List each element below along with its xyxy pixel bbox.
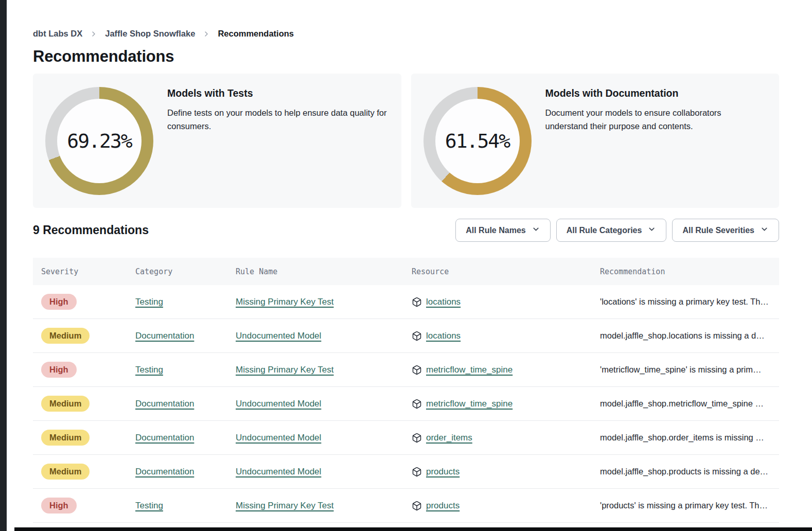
category-link[interactable]: Documentation	[135, 433, 194, 442]
category-link[interactable]: Testing	[135, 297, 163, 307]
table-body: High Testing Missing Primary Key Test lo…	[33, 285, 779, 523]
resource-link[interactable]: locations	[426, 297, 461, 307]
tests-card-text: Models with Tests Define tests on your m…	[167, 87, 389, 194]
filter-rule-categories-dropdown[interactable]: All Rule Categories	[556, 219, 667, 242]
rule-name-link[interactable]: Undocumented Model	[236, 433, 321, 442]
rule-name-cell: Undocumented Model	[236, 331, 412, 341]
tests-card-description: Define tests on your models to help ensu…	[167, 107, 389, 133]
category-link[interactable]: Testing	[135, 365, 163, 375]
category-link[interactable]: Documentation	[135, 399, 194, 409]
rule-name-cell: Missing Primary Key Test	[236, 297, 412, 307]
category-link[interactable]: Testing	[135, 501, 163, 510]
rule-name-cell: Missing Primary Key Test	[236, 501, 412, 511]
rule-name-link[interactable]: Undocumented Model	[236, 399, 321, 409]
documentation-card-text: Models with Documentation Document your …	[545, 87, 735, 194]
severity-badge: High	[41, 294, 77, 310]
resource-cell: metricflow_time_spine	[412, 365, 600, 375]
recommendation-text: model.jaffle_shop.order_items is missing…	[600, 433, 779, 442]
category-cell: Testing	[135, 297, 236, 307]
severity-cell: Medium	[41, 464, 135, 480]
severity-badge: High	[41, 362, 77, 378]
rule-name-link[interactable]: Undocumented Model	[236, 331, 321, 341]
cube-icon	[412, 297, 422, 307]
list-toolbar: 9 Recommendations All Rule Names All Rul…	[33, 219, 779, 242]
window-left-edge	[0, 0, 7, 531]
table-row: Medium Documentation Undocumented Model …	[33, 319, 779, 353]
recommendation-text: 'locations' is missing a primary key tes…	[600, 297, 779, 307]
severity-badge: Medium	[41, 430, 90, 446]
resource-link[interactable]: order_items	[426, 433, 472, 443]
resource-link[interactable]: metricflow_time_spine	[426, 365, 513, 375]
recommendations-page: dbt Labs DX Jaffle Shop Snowflake Recomm…	[33, 0, 779, 523]
documentation-donut-chart: 61.54%	[423, 87, 532, 195]
column-header-rule-name: Rule Name	[236, 267, 412, 276]
documentation-card-description: Document your models to ensure collabora…	[545, 107, 735, 133]
rule-name-cell: Undocumented Model	[236, 433, 412, 443]
cube-icon	[412, 331, 422, 341]
table-row: High Testing Missing Primary Key Test pr…	[33, 489, 779, 523]
category-cell: Documentation	[135, 399, 236, 409]
filter-rule-names-label: All Rule Names	[466, 226, 525, 235]
table-row: Medium Documentation Undocumented Model …	[33, 387, 779, 421]
resource-cell: products	[412, 501, 600, 511]
chevron-down-icon	[760, 225, 769, 236]
severity-cell: High	[41, 294, 135, 310]
rule-name-cell: Undocumented Model	[236, 399, 412, 409]
recommendation-text: 'metricflow_time_spine' is missing a pri…	[600, 365, 779, 375]
severity-cell: High	[41, 362, 135, 378]
breadcrumb-item-account[interactable]: dbt Labs DX	[33, 29, 82, 39]
recommendation-cell: 'products' is missing a primary key test…	[600, 501, 779, 510]
category-cell: Documentation	[135, 467, 236, 477]
chevron-down-icon	[532, 225, 540, 236]
recommendation-text: 'products' is missing a primary key test…	[600, 501, 779, 510]
metric-cards: 69.23% Models with Tests Define tests on…	[33, 74, 779, 208]
cube-icon	[412, 467, 422, 477]
chevron-right-icon	[90, 30, 98, 38]
table-header: Severity Category Rule Name Resource Rec…	[33, 258, 779, 285]
rule-name-link[interactable]: Undocumented Model	[236, 467, 321, 476]
recommendation-text: model.jaffle_shop.metricflow_time_spine …	[600, 399, 779, 409]
tests-card-title: Models with Tests	[167, 87, 389, 99]
resource-cell: metricflow_time_spine	[412, 399, 600, 409]
severity-badge: Medium	[41, 328, 90, 344]
category-cell: Testing	[135, 365, 236, 375]
metric-card-models-with-tests: 69.23% Models with Tests Define tests on…	[33, 74, 401, 208]
recommendation-cell: model.jaffle_shop.products is missing a …	[600, 467, 779, 476]
column-header-resource: Resource	[412, 267, 600, 276]
table-row: Medium Documentation Undocumented Model …	[33, 455, 779, 489]
breadcrumb-item-project[interactable]: Jaffle Shop Snowflake	[105, 29, 195, 39]
rule-name-link[interactable]: Missing Primary Key Test	[236, 297, 334, 307]
column-header-severity: Severity	[41, 267, 135, 276]
rule-name-link[interactable]: Missing Primary Key Test	[236, 501, 334, 510]
category-link[interactable]: Documentation	[135, 331, 194, 341]
resource-cell: locations	[412, 331, 600, 341]
recommendation-cell: 'locations' is missing a primary key tes…	[600, 297, 779, 307]
breadcrumb-item-current: Recommendations	[218, 29, 294, 39]
page-title: Recommendations	[33, 47, 779, 66]
resource-link[interactable]: products	[426, 467, 460, 477]
filter-rule-names-dropdown[interactable]: All Rule Names	[455, 219, 550, 242]
category-cell: Documentation	[135, 433, 236, 443]
column-header-recommendation: Recommendation	[600, 267, 779, 276]
severity-cell: Medium	[41, 328, 135, 344]
table-row: High Testing Missing Primary Key Test lo…	[33, 285, 779, 319]
rule-name-link[interactable]: Missing Primary Key Test	[236, 365, 334, 375]
category-link[interactable]: Documentation	[135, 467, 194, 476]
recommendation-cell: model.jaffle_shop.metricflow_time_spine …	[600, 399, 779, 409]
severity-cell: Medium	[41, 396, 135, 412]
recommendation-cell: 'metricflow_time_spine' is missing a pri…	[600, 365, 779, 375]
resource-link[interactable]: products	[426, 501, 460, 511]
table-row: Medium Documentation Undocumented Model …	[33, 421, 779, 455]
tests-donut-chart: 69.23%	[45, 87, 153, 195]
cube-icon	[412, 365, 422, 375]
resource-cell: locations	[412, 297, 600, 307]
severity-badge: High	[41, 498, 77, 514]
resource-link[interactable]: locations	[426, 331, 461, 341]
severity-badge: Medium	[41, 396, 90, 412]
chevron-down-icon	[647, 225, 656, 236]
filter-rule-categories-label: All Rule Categories	[567, 226, 642, 235]
documentation-card-title: Models with Documentation	[545, 87, 735, 99]
recommendation-text: model.jaffle_shop.products is missing a …	[600, 467, 779, 476]
filter-rule-severities-dropdown[interactable]: All Rule Severities	[672, 219, 779, 242]
resource-link[interactable]: metricflow_time_spine	[426, 399, 513, 409]
